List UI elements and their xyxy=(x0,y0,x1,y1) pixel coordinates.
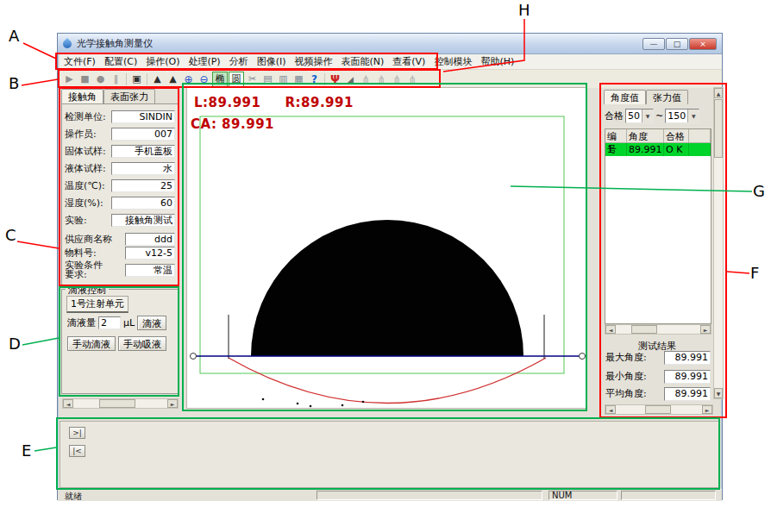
table-row[interactable]: 1 89.991 O K xyxy=(605,143,711,156)
manual-dispense-button[interactable]: 手动滴液 xyxy=(67,336,116,351)
scroll-right-icon[interactable]: ► xyxy=(700,325,711,334)
detect-unit-input[interactable]: SINDIN xyxy=(111,110,175,123)
pause-icon[interactable]: ‖ xyxy=(109,72,123,86)
field-label: 固体试样: xyxy=(65,145,106,158)
crosshair-icon[interactable]: ⊕ xyxy=(181,72,196,86)
angle-tool-3-icon[interactable]: ⋔ xyxy=(390,72,404,86)
experiment-input[interactable]: 接触角测试 xyxy=(111,214,175,227)
max-angle-combobox[interactable]: 150 ▼ xyxy=(665,109,699,123)
scroll-left-icon[interactable]: ◄ xyxy=(605,325,616,334)
menu-control-module[interactable]: 控制模块 xyxy=(429,55,476,68)
left-panel-hscrollbar[interactable]: ◄ ► xyxy=(62,398,179,409)
frame-icon[interactable]: ▣ xyxy=(129,72,144,86)
snapshot-right-icon[interactable]: ▲ xyxy=(166,72,180,86)
humidity-input[interactable]: 60 xyxy=(111,197,175,210)
angle-tool-2-icon[interactable]: ⋔ xyxy=(374,72,389,86)
menu-config[interactable]: 配置(C) xyxy=(100,55,141,68)
print-icon[interactable]: ▦ xyxy=(291,72,306,86)
snapshot-left-icon[interactable]: ▲ xyxy=(150,72,165,86)
scroll-right-icon[interactable]: ► xyxy=(167,399,178,408)
menu-surface-energy[interactable]: 表面能(N) xyxy=(336,55,388,68)
record-icon[interactable]: ● xyxy=(93,72,108,86)
annotation-line-e xyxy=(34,448,56,451)
supplier-input[interactable]: ddd xyxy=(125,233,175,246)
scroll-track[interactable] xyxy=(616,405,702,414)
manual-suction-button[interactable]: 手动吸液 xyxy=(118,336,166,351)
menu-image[interactable]: 图像(I) xyxy=(253,55,291,68)
scroll-track[interactable] xyxy=(73,399,167,408)
hand-tool-icon[interactable]: Ψ xyxy=(328,72,342,86)
baseline-handle-right[interactable] xyxy=(580,354,586,360)
results-hscrollbar[interactable]: ◄ ► xyxy=(605,404,713,415)
avg-angle-result: 89.991 xyxy=(664,387,711,401)
menu-analyze[interactable]: 分析 xyxy=(225,55,253,68)
angle-tool-1-icon[interactable]: ⋔ xyxy=(359,72,373,86)
menu-help[interactable]: 帮助(H) xyxy=(476,55,518,68)
annotation-line-a xyxy=(23,43,56,59)
wedge-icon[interactable]: ◢ xyxy=(343,72,358,86)
ellipse-fit-button[interactable]: 椭 xyxy=(212,72,228,87)
status-bar: 就绪 NUM xyxy=(58,489,722,501)
tab-angle-values[interactable]: 角度值 xyxy=(604,90,646,104)
table-header: 编号 角度 合格 xyxy=(605,129,711,143)
menu-video-operate[interactable]: 视频操作 xyxy=(290,55,336,68)
min-angle-result: 89.991 xyxy=(664,370,711,384)
temperature-input[interactable]: 25 xyxy=(111,179,175,192)
copy-icon[interactable]: ▤ xyxy=(260,72,275,86)
scroll-left-icon[interactable]: ◄ xyxy=(63,399,73,408)
field-label: 物料号: xyxy=(65,247,97,260)
play-icon[interactable]: ▶ xyxy=(62,72,77,86)
menu-file[interactable]: 文件(F) xyxy=(60,55,100,68)
scroll-thumb[interactable] xyxy=(645,405,671,414)
results-vscrollbar[interactable]: ▲ ▼ xyxy=(713,87,724,399)
scroll-down-icon[interactable]: ▼ xyxy=(714,388,723,398)
max-angle-value: 150 xyxy=(666,110,687,122)
help-icon[interactable]: ? xyxy=(307,72,322,86)
baseline-handle-left[interactable] xyxy=(191,354,197,360)
menu-process[interactable]: 处理(P) xyxy=(184,55,224,68)
scroll-thumb[interactable] xyxy=(631,325,657,334)
menu-view[interactable]: 查看(V) xyxy=(388,55,429,68)
tab-contact-angle[interactable]: 接触角 xyxy=(61,89,103,103)
liquid-sample-input[interactable]: 水 xyxy=(111,162,175,175)
dropdown-arrow-icon[interactable]: ▼ xyxy=(687,110,699,122)
scroll-right-icon[interactable]: ► xyxy=(702,405,712,414)
drop-volume-input[interactable]: 2 xyxy=(98,316,121,329)
close-button[interactable]: × xyxy=(689,38,717,50)
angle-tool-4-icon[interactable]: ⋔ xyxy=(405,72,420,86)
col-qualified: 合格 xyxy=(664,129,689,143)
scroll-left-icon[interactable]: ◄ xyxy=(605,405,616,414)
solid-sample-input[interactable]: 手机盖板 xyxy=(111,145,175,158)
maximize-button[interactable]: □ xyxy=(666,38,688,50)
step-back-button[interactable]: |< xyxy=(69,445,85,457)
circle-fit-button[interactable]: 圆 xyxy=(229,72,244,87)
paste-icon[interactable]: ▥ xyxy=(276,72,291,86)
drop-volume-unit: μL xyxy=(123,317,135,329)
qualified-label: 合格 xyxy=(605,110,624,122)
qualified-range-row: 合格 50 ▼ ~ 150 ▼ xyxy=(605,109,699,123)
minimize-button[interactable]: — xyxy=(642,38,665,50)
operator-input[interactable]: 007 xyxy=(111,128,175,141)
step-forward-button[interactable]: >| xyxy=(69,427,85,439)
dropdown-arrow-icon[interactable]: ▼ xyxy=(642,110,653,122)
material-no-input[interactable]: v12-5 xyxy=(125,247,175,260)
drop-control-title: 滴液控制 xyxy=(66,284,109,297)
scroll-track[interactable] xyxy=(616,325,700,334)
condition-input[interactable]: 常温 xyxy=(125,264,175,277)
field-label: 操作员: xyxy=(65,128,97,141)
dispense-button[interactable]: 滴液 xyxy=(137,316,166,330)
tab-surface-tension[interactable]: 表面张力 xyxy=(103,89,155,103)
cut-icon[interactable]: ✂ xyxy=(245,72,260,86)
scroll-up-icon[interactable]: ▲ xyxy=(714,88,723,98)
stop-icon[interactable]: ■ xyxy=(78,72,92,86)
toolbar-separator xyxy=(147,73,147,85)
min-angle-combobox[interactable]: 50 ▼ xyxy=(625,109,654,123)
table-hscrollbar[interactable]: ◄ ► xyxy=(605,324,711,335)
tab-tension-values[interactable]: 张力值 xyxy=(646,90,688,104)
scroll-thumb[interactable] xyxy=(714,99,723,158)
menu-operate[interactable]: 操作(O) xyxy=(141,55,184,68)
baseline-circle-icon[interactable]: ⊖ xyxy=(197,72,211,86)
injection-unit-tab[interactable]: 1号注射单元 xyxy=(66,296,128,313)
scroll-thumb[interactable] xyxy=(99,399,135,408)
fit-curve xyxy=(229,358,546,404)
